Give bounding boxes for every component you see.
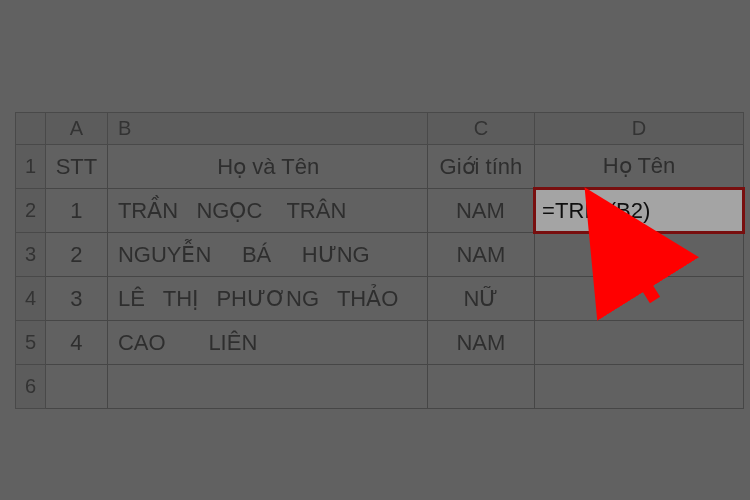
- cell-C4[interactable]: NỮ: [427, 277, 534, 321]
- cell-D3[interactable]: [535, 233, 744, 277]
- cell-B4[interactable]: LÊ THỊ PHƯƠNG THẢO: [107, 277, 427, 321]
- table-row: 2 1 TRẦN NGỌC TRÂN NAM =TRIM(B2): [16, 189, 744, 233]
- cell-D5[interactable]: [535, 321, 744, 365]
- col-header-C[interactable]: C: [427, 113, 534, 145]
- cell-D6[interactable]: [535, 365, 744, 409]
- cell-C2[interactable]: NAM: [427, 189, 534, 233]
- cell-B6[interactable]: [107, 365, 427, 409]
- cell-A6[interactable]: [45, 365, 107, 409]
- table-row: 3 2 NGUYỄN BÁ HƯNG NAM: [16, 233, 744, 277]
- cell-C1[interactable]: Giới tính: [427, 145, 534, 189]
- table-row: 6: [16, 365, 744, 409]
- column-header-row: A B C D: [16, 113, 744, 145]
- table-row: 5 4 CAO LIÊN NAM: [16, 321, 744, 365]
- grid: A B C D 1 STT Họ và Tên Giới tính Họ Tên…: [15, 112, 745, 409]
- row-header-4[interactable]: 4: [16, 277, 46, 321]
- row-header-6[interactable]: 6: [16, 365, 46, 409]
- cell-B1[interactable]: Họ và Tên: [107, 145, 427, 189]
- cell-B2[interactable]: TRẦN NGỌC TRÂN: [107, 189, 427, 233]
- row-header-3[interactable]: 3: [16, 233, 46, 277]
- cell-D2-active[interactable]: =TRIM(B2): [535, 189, 744, 233]
- table-row: 1 STT Họ và Tên Giới tính Họ Tên: [16, 145, 744, 189]
- select-all-corner[interactable]: [16, 113, 46, 145]
- cell-C6[interactable]: [427, 365, 534, 409]
- cell-C5[interactable]: NAM: [427, 321, 534, 365]
- cell-D4[interactable]: [535, 277, 744, 321]
- cell-D1[interactable]: Họ Tên: [535, 145, 744, 189]
- cell-C3[interactable]: NAM: [427, 233, 534, 277]
- col-header-A[interactable]: A: [45, 113, 107, 145]
- cell-A5[interactable]: 4: [45, 321, 107, 365]
- col-header-B[interactable]: B: [107, 113, 427, 145]
- col-header-D[interactable]: D: [535, 113, 744, 145]
- row-header-1[interactable]: 1: [16, 145, 46, 189]
- cell-B3[interactable]: NGUYỄN BÁ HƯNG: [107, 233, 427, 277]
- spreadsheet[interactable]: A B C D 1 STT Họ và Tên Giới tính Họ Tên…: [15, 112, 745, 409]
- cell-A4[interactable]: 3: [45, 277, 107, 321]
- cell-B5[interactable]: CAO LIÊN: [107, 321, 427, 365]
- cell-A2[interactable]: 1: [45, 189, 107, 233]
- cell-A3[interactable]: 2: [45, 233, 107, 277]
- row-header-5[interactable]: 5: [16, 321, 46, 365]
- cell-A1[interactable]: STT: [45, 145, 107, 189]
- table-row: 4 3 LÊ THỊ PHƯƠNG THẢO NỮ: [16, 277, 744, 321]
- row-header-2[interactable]: 2: [16, 189, 46, 233]
